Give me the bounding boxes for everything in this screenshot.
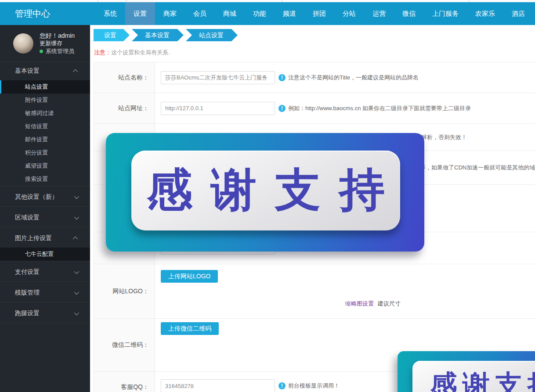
notice-prefix: 注意： xyxy=(94,49,111,56)
chevron-down-icon xyxy=(74,215,79,219)
menu-divider xyxy=(0,323,90,325)
chevron-down-icon xyxy=(74,310,79,315)
breadcrumb-settings[interactable]: 设置 xyxy=(94,29,130,41)
thanks-watermark-large: 感谢支持 xyxy=(106,133,424,252)
site-name-hint: 注意这个不是网站的Title，一般建议是网站的品牌名 xyxy=(288,74,419,82)
nav-item-mall[interactable]: 商城 xyxy=(215,2,245,25)
chevron-up-icon xyxy=(73,237,78,241)
form-cell: 上传网站LOGO 缩略图设置 建议尺寸 xyxy=(155,264,535,318)
sidebar-section-errand-settings[interactable]: 跑腿设置 xyxy=(0,304,90,323)
watermark-plate: 感谢支持 xyxy=(131,151,400,230)
section-label: 其他设置（新） xyxy=(15,193,58,201)
nav-item-operation[interactable]: 运营 xyxy=(364,2,394,25)
upload-logo-button[interactable]: 上传网站LOGO xyxy=(161,270,218,283)
nav-item-doorservice[interactable]: 上门服务 xyxy=(424,2,467,25)
sidebar-item-prestige-settings[interactable]: 威望设置 xyxy=(0,159,90,173)
nav-item-channel[interactable]: 频道 xyxy=(275,2,304,25)
chevron-down-icon xyxy=(74,269,79,274)
sidebar-section-basic-settings[interactable]: 基本设置 xyxy=(0,62,90,80)
sidebar-section-other-settings[interactable]: 其他设置（新） xyxy=(0,188,90,206)
site-url-input[interactable] xyxy=(161,102,275,115)
nav-item-function[interactable]: 功能 xyxy=(245,2,275,25)
thumbnail-line: 缩略图设置 建议尺寸 xyxy=(345,300,535,308)
section-label: 区域设置 xyxy=(15,214,40,222)
service-qq-label: 客服QQ： xyxy=(94,372,155,392)
online-status-dot xyxy=(40,50,43,53)
sidebar-item-points-settings[interactable]: 积分设置 xyxy=(0,146,90,159)
admin-page: 管理中心 系统 设置 商家 会员 商城 功能 频道 拼团 分站 运营 微信 上门… xyxy=(0,0,535,392)
sidebar-item-site-settings[interactable]: 站点设置 xyxy=(0,80,90,94)
chevron-down-icon xyxy=(74,194,79,199)
sidebar-item-qiniu-config[interactable]: 七牛云配置 xyxy=(0,248,90,261)
service-qq-hint: 前台模板显示调用！ xyxy=(288,382,340,390)
sidebar: 您好！admin 更新缓存 系统管理员 基本设置 站点设置 附件设置 敏感词过滤… xyxy=(0,25,90,392)
user-role: 系统管理员 xyxy=(40,47,75,55)
breadcrumb-site-settings[interactable]: 站点设置 xyxy=(186,29,238,41)
user-greeting: 您好！admin xyxy=(40,32,75,40)
suggested-size-note: 建议尺寸 xyxy=(378,300,401,307)
info-icon: ! xyxy=(278,74,286,81)
hint-fragment: 解析，否则失效！ xyxy=(421,133,467,141)
hint-fragment: 样，如果做了CDN加速一般就可能是其他的域名 xyxy=(420,164,535,172)
section-label: 模版管理 xyxy=(15,289,40,297)
service-qq-input[interactable] xyxy=(161,379,275,392)
form-row-site-logo: 网站LOGO： 上传网站LOGO 缩略图设置 建议尺寸 xyxy=(94,264,535,319)
sidebar-item-search-settings[interactable]: 搜索设置 xyxy=(0,173,90,186)
site-name-label: 站点名称： xyxy=(94,62,155,93)
site-url-hint: 例如：http://www.baocms.cn 如果你在二级目录下面就需要带上二… xyxy=(288,104,471,112)
thanks-watermark-small: 感谢支持 xyxy=(398,351,535,392)
sidebar-section-template-management[interactable]: 模版管理 xyxy=(0,284,90,302)
info-icon: ! xyxy=(278,105,286,112)
site-url-label: 站点网址： xyxy=(94,93,155,123)
form-cell: ! 注意这个不是网站的Title，一般建议是网站的品牌名 xyxy=(155,62,535,93)
nav-item-settings[interactable]: 设置 xyxy=(125,2,155,25)
sidebar-item-mail-settings[interactable]: 邮件设置 xyxy=(0,133,90,146)
user-box: 您好！admin 更新缓存 系统管理员 xyxy=(0,25,90,62)
section-label: 支付设置 xyxy=(15,268,40,276)
sidebar-section-region-settings[interactable]: 区域设置 xyxy=(0,209,90,227)
sidebar-menu: 基本设置 站点设置 附件设置 敏感词过滤 短信设置 邮件设置 积分设置 威望设置… xyxy=(0,62,90,325)
nav-item-member[interactable]: 会员 xyxy=(185,2,215,25)
nav-item-system[interactable]: 系统 xyxy=(95,2,125,25)
site-name-input[interactable] xyxy=(161,71,275,84)
chevron-down-icon xyxy=(74,290,79,295)
sidebar-item-attachment-settings[interactable]: 附件设置 xyxy=(0,94,90,107)
notice-text: 这个设置和全局有关系. xyxy=(111,49,170,56)
nav-item-groupbuy[interactable]: 拼团 xyxy=(304,2,334,25)
refresh-cache-link[interactable]: 更新缓存 xyxy=(40,40,75,47)
thumbnail-settings-link[interactable]: 缩略图设置 xyxy=(345,300,374,307)
user-role-label: 系统管理员 xyxy=(46,47,74,55)
sidebar-section-payment-settings[interactable]: 支付设置 xyxy=(0,263,90,281)
section-label: 基本设置 xyxy=(15,67,40,75)
sidebar-item-sms-settings[interactable]: 短信设置 xyxy=(0,120,90,133)
main-nav: 系统 设置 商家 会员 商城 功能 频道 拼团 分站 运营 微信 上门服务 农家… xyxy=(95,2,533,25)
site-logo-label: 网站LOGO： xyxy=(94,264,155,318)
nav-item-hotel[interactable]: 酒店 xyxy=(503,2,533,25)
watermark-plate: 感谢支持 xyxy=(412,361,535,392)
wechat-qrcode-label: 微信二维码： xyxy=(94,319,155,371)
form-row-site-url: 站点网址： ! 例如：http://www.baocms.cn 如果你在二级目录… xyxy=(94,93,535,124)
breadcrumb-basic-settings[interactable]: 基本设置 xyxy=(132,29,184,41)
chevron-up-icon xyxy=(73,69,78,74)
sidebar-section-image-upload-settings[interactable]: 图片上传设置 xyxy=(0,229,90,248)
sidebar-item-sensitive-word-filter[interactable]: 敏感词过滤 xyxy=(0,107,90,120)
section-label: 图片上传设置 xyxy=(15,234,52,242)
form-row-site-name: 站点名称： ! 注意这个不是网站的Title，一般建议是网站的品牌名 xyxy=(94,62,535,93)
nav-item-merchant[interactable]: 商家 xyxy=(155,2,185,25)
watermark-text: 感谢支持 xyxy=(128,160,403,221)
top-header: 管理中心 系统 设置 商家 会员 商城 功能 频道 拼团 分站 运营 微信 上门… xyxy=(0,2,535,25)
upload-wechat-qrcode-button[interactable]: 上传微信二维码 xyxy=(161,322,219,335)
nav-item-substation[interactable]: 分站 xyxy=(334,2,364,25)
watermark-text: 感谢支持 xyxy=(425,367,535,392)
info-icon: ! xyxy=(278,382,286,389)
input-row: ! 前台模板显示调用！ xyxy=(161,379,340,392)
nav-item-wechat[interactable]: 微信 xyxy=(394,2,424,25)
section-label: 跑腿设置 xyxy=(15,309,40,317)
breadcrumb: 设置 基本设置 站点设置 xyxy=(94,29,238,41)
app-title: 管理中心 xyxy=(0,2,90,25)
user-info: 您好！admin 更新缓存 系统管理员 xyxy=(40,32,75,55)
nav-item-farmstay[interactable]: 农家乐 xyxy=(467,2,503,25)
form-cell: ! 例如：http://www.baocms.cn 如果你在二级目录下面就需要带… xyxy=(155,93,535,123)
avatar xyxy=(13,33,33,54)
page-notice: 注意：这个设置和全局有关系. xyxy=(94,49,170,57)
